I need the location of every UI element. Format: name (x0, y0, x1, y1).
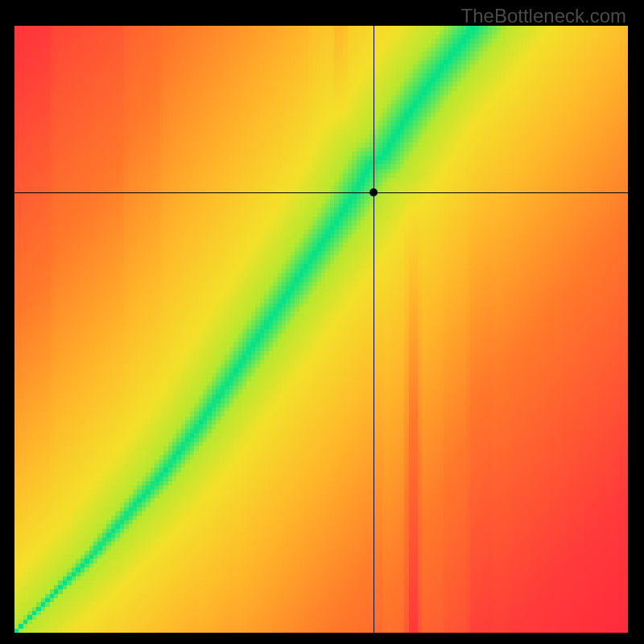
heatmap-plot (14, 26, 628, 633)
crosshair-vertical (374, 26, 374, 633)
heatmap-canvas (14, 26, 628, 633)
watermark-text: TheBottleneck.com (461, 5, 626, 27)
crosshair-horizontal (14, 192, 628, 193)
